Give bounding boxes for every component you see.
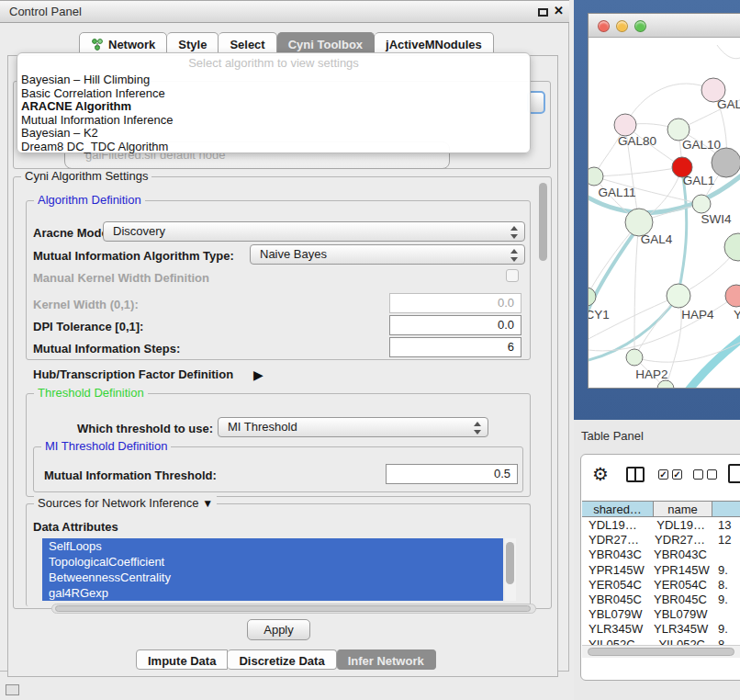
network-node[interactable] <box>725 285 740 307</box>
columns-icon[interactable] <box>626 467 645 482</box>
settings-horizontal-scrollbar-thumb[interactable] <box>55 605 531 612</box>
attribute-item-selected[interactable]: TopologicalCoefficient <box>42 554 503 570</box>
attribute-list-scrollbar-thumb[interactable] <box>506 542 514 584</box>
network-window-titlebar[interactable] <box>589 14 740 38</box>
cell-shared-name: YDR27… <box>582 533 654 548</box>
dropdown-item[interactable]: Mutual Information Inference <box>21 114 526 128</box>
table-row[interactable]: YDR27… YDR27… 12 <box>582 533 740 548</box>
network-node[interactable] <box>712 148 740 177</box>
table-horizontal-scrollbar[interactable] <box>582 645 740 658</box>
close-traffic-light-icon[interactable] <box>598 20 610 32</box>
dropdown-item[interactable]: Dream8 DC_TDC Algorithm <box>21 141 526 154</box>
network-canvas[interactable]: GAL GAL80 GAL10 GAL1 GAL11 SWI4 GAL4 GCY… <box>589 38 740 389</box>
tab-label: Infer Network <box>348 654 424 668</box>
table-horizontal-scrollbar-thumb[interactable] <box>588 648 734 656</box>
select-all-check-icon[interactable]: ✓ <box>658 469 668 480</box>
tab-select[interactable]: Select <box>219 32 276 53</box>
cell-name: YBL079W <box>654 607 712 622</box>
tab-impute-data[interactable]: Impute Data <box>136 649 228 670</box>
tab-cyni-toolbox[interactable]: Cyni Toolbox <box>277 32 375 53</box>
node-label: GAL1 <box>683 174 715 187</box>
settings-group-title: Cyni Algorithm Settings <box>21 169 151 183</box>
settings-scrollbar-thumb[interactable] <box>539 183 547 261</box>
tab-label: Network <box>108 38 155 51</box>
dropdown-item[interactable]: Basic Correlation Inference <box>21 87 526 101</box>
attribute-item-selected[interactable]: BetweennessCentrality <box>42 570 503 585</box>
edge[interactable] <box>594 167 682 176</box>
aracne-mode-combobox[interactable]: Discovery <box>103 221 525 242</box>
settings-scrollbar[interactable] <box>538 180 548 604</box>
mi-steps-field[interactable]: 6 <box>389 337 521 357</box>
network-node[interactable] <box>692 195 711 213</box>
edge[interactable] <box>717 45 740 59</box>
edge[interactable] <box>589 296 736 351</box>
table-row[interactable]: YER054C YER054C 8. <box>582 578 740 593</box>
export-table-icon[interactable] <box>728 464 740 483</box>
deselect-all-icon[interactable] <box>693 469 703 480</box>
table-toolbar: ⚙ ✓ ✓ <box>581 455 740 495</box>
table-header: shared… name <box>582 501 740 517</box>
network-node[interactable] <box>626 349 643 366</box>
attribute-item-selected[interactable]: SelfLoops <box>42 538 503 554</box>
collapsed-panel-button[interactable] <box>6 684 19 695</box>
table-row[interactable]: YPR145W YPR145W 9. <box>582 563 740 578</box>
table-panel-title: Table Panel <box>581 429 644 443</box>
control-panel-titlebar[interactable]: Control Panel ✕ <box>0 0 569 23</box>
network-window[interactable]: GAL GAL80 GAL10 GAL1 GAL11 SWI4 GAL4 GCY… <box>588 13 740 389</box>
node-table: ⚙ ✓ ✓ shared… name YDL19… YDL19… 13 YDR2… <box>580 454 740 681</box>
edge-highlighted[interactable] <box>678 172 687 293</box>
dropdown-item-selected[interactable]: ARACNE Algorithm <box>21 100 526 114</box>
float-window-icon[interactable] <box>538 8 548 17</box>
zoom-traffic-light-icon[interactable] <box>634 20 646 32</box>
tab-network[interactable]: Network <box>79 32 167 53</box>
network-node[interactable] <box>614 114 636 136</box>
table-row[interactable]: YBL079W YBL079W <box>582 607 740 622</box>
tab-label: Discretize Data <box>239 654 324 668</box>
network-node[interactable] <box>724 233 740 261</box>
tab-infer-network[interactable]: Infer Network <box>337 649 436 670</box>
cell-value: 9. <box>712 563 740 578</box>
kernel-width-field[interactable]: 0.0 <box>389 293 521 313</box>
which-threshold-combobox[interactable]: MI Threshold <box>218 417 488 437</box>
deselect-all-icon[interactable] <box>707 469 717 480</box>
tab-jactivemnodules[interactable]: jActiveMNodules <box>375 32 494 53</box>
table-row[interactable]: YDL19… YDL19… 13 <box>582 518 740 533</box>
minimize-traffic-light-icon[interactable] <box>616 20 628 32</box>
column-header-name[interactable]: name <box>654 502 712 516</box>
cell-name: YDR27… <box>654 533 712 548</box>
dpi-tolerance-label: DPI Tolerance [0,1]: <box>33 320 143 333</box>
table-row[interactable]: YBR043C YBR043C <box>582 548 740 562</box>
expand-down-icon[interactable]: ▼ <box>202 497 213 510</box>
column-header-partial[interactable] <box>712 502 740 516</box>
select-all-check-icon[interactable]: ✓ <box>672 469 682 480</box>
table-panel-section: Table Panel ⚙ ✓ ✓ shared… name YDL19… YD… <box>574 420 740 700</box>
attribute-list-scrollbar[interactable] <box>505 538 516 601</box>
tab-style[interactable]: Style <box>167 32 219 53</box>
dropdown-item[interactable]: Bayesian – K2 <box>21 127 526 141</box>
table-row[interactable]: YBR045C YBR045C 9. <box>582 593 740 607</box>
edge-highlighted[interactable] <box>688 337 740 389</box>
network-node[interactable] <box>657 380 674 389</box>
which-threshold-label: Which threshold to use: <box>77 422 213 435</box>
attribute-item-selected[interactable]: gal4RGexp <box>42 585 503 601</box>
gear-icon[interactable]: ⚙ <box>592 463 609 485</box>
mi-threshold-field[interactable]: 0.5 <box>386 464 518 484</box>
aracne-mode-label: Aracne Mode: <box>33 226 112 240</box>
combobox-value: Discovery <box>113 224 165 238</box>
expand-right-icon[interactable]: ▶ <box>253 367 263 382</box>
node-label: HAP4 <box>681 308 714 322</box>
table-row[interactable]: YLR345W YLR345W 9. <box>582 622 740 637</box>
network-node[interactable] <box>589 288 596 306</box>
apply-button[interactable]: Apply <box>247 619 310 640</box>
close-icon[interactable]: ✕ <box>554 4 564 17</box>
algorithm-dropdown-list: Select algorithm to view settings Bayesi… <box>17 52 531 153</box>
column-header-shared-name[interactable]: shared… <box>582 502 654 516</box>
mi-algorithm-type-combobox[interactable]: Naive Bayes <box>250 244 525 265</box>
tab-discretize-data[interactable]: Discretize Data <box>228 649 336 670</box>
network-node[interactable] <box>589 167 603 186</box>
network-node[interactable] <box>667 284 690 308</box>
dropdown-item[interactable]: Bayesian – Hill Climbing <box>21 73 526 87</box>
manual-kernel-width-checkbox[interactable] <box>506 269 519 282</box>
dpi-tolerance-field[interactable]: 0.0 <box>389 315 521 335</box>
settings-horizontal-scrollbar[interactable] <box>51 604 536 614</box>
